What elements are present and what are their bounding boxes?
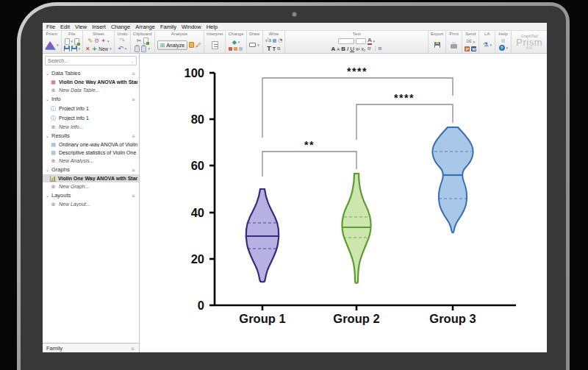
y-tick-label: 80 bbox=[191, 113, 204, 126]
family-label: Family bbox=[46, 345, 128, 352]
chevron-down-icon[interactable]: ⌄ bbox=[46, 96, 49, 102]
sidebar-item-new-graph[interactable]: ⊕ New Graph... bbox=[43, 182, 139, 191]
undo-icon[interactable]: ↶ bbox=[118, 46, 123, 52]
add-sheet-icon[interactable]: + bbox=[92, 46, 98, 52]
prism-window: File Edit View Insert Change Arrange Fam… bbox=[43, 23, 547, 352]
chevron-down-icon[interactable]: ▾ bbox=[79, 46, 81, 51]
toolbar-group-prism: Prism ▾ bbox=[43, 31, 62, 53]
menu-file[interactable]: File bbox=[46, 24, 55, 30]
toolbar-group-sheet: Sheet ✎ ⚙ ✦ ▾ ✕ + New ▾ bbox=[83, 31, 115, 53]
chevron-down-icon[interactable]: ⌄ bbox=[46, 133, 49, 138]
section-menu-icon[interactable]: ≡ bbox=[132, 71, 136, 76]
chevron-down-icon[interactable]: ⌄ bbox=[46, 71, 49, 76]
chevron-down-icon[interactable]: ▾ bbox=[57, 43, 59, 47]
search-input[interactable] bbox=[48, 58, 131, 63]
analysis-result-icon: ▤ bbox=[50, 150, 57, 156]
chevron-down-icon[interactable]: ▾ bbox=[107, 39, 110, 43]
y-tick-label: 0 bbox=[198, 299, 204, 312]
tree-label: New Data Table... bbox=[59, 88, 99, 93]
x-category-label: Group 3 bbox=[429, 312, 476, 325]
section-graphs[interactable]: ⌄ Graphs ≡ bbox=[43, 165, 139, 174]
chevron-down-icon[interactable]: ▾ bbox=[110, 46, 112, 51]
y-tick-label: 20 bbox=[191, 252, 204, 266]
violin-plot: 100 80 60 40 20 0 Group 1 Group 2 Group … bbox=[140, 23, 547, 352]
delete-sheet-icon[interactable]: ✕ bbox=[85, 46, 90, 52]
chevron-down-icon[interactable]: ▾ bbox=[125, 46, 127, 51]
chevron-down-icon[interactable]: ⌄ bbox=[46, 167, 49, 172]
y-tick-label: 60 bbox=[191, 159, 204, 172]
section-label: Data Tables bbox=[51, 70, 129, 77]
toolbar-group-undo: Undo ↷ ↶ ▾ bbox=[115, 31, 131, 53]
menu-insert[interactable]: Insert bbox=[92, 24, 106, 30]
save-all-icon[interactable] bbox=[71, 46, 77, 51]
sidebar-item-anova-result[interactable]: ▤ Ordinary one-way ANOVA of Violin One..… bbox=[43, 140, 139, 149]
sidebar-item-project-info-1[interactable]: ⓘ Project info 1 bbox=[43, 104, 139, 113]
menu-edit[interactable]: Edit bbox=[60, 24, 70, 30]
significance-stars-g1-g2: ** bbox=[304, 139, 315, 151]
group-label-prism: Prism bbox=[46, 32, 57, 37]
significance-bracket-g2-g3 bbox=[356, 104, 453, 140]
navigator-sidebar: ⌄ ⌄ Data Tables ≡ ▦ Violin One Way ANOVA… bbox=[43, 54, 140, 352]
new-plus-icon: ⊕ bbox=[50, 124, 57, 130]
section-menu-icon[interactable]: ≡ bbox=[132, 167, 136, 172]
rename-sheet-icon[interactable]: ✎ bbox=[87, 38, 93, 44]
section-info[interactable]: ⌄ Info ≡ bbox=[43, 94, 139, 104]
tree-label: Ordinary one-way ANOVA of Violin One... bbox=[59, 142, 137, 147]
x-category-label: Group 1 bbox=[239, 312, 285, 325]
group-label-file: File bbox=[68, 32, 76, 37]
new-plus-icon: ⊕ bbox=[50, 202, 57, 207]
info-icon: ⓘ bbox=[50, 115, 57, 122]
section-menu-icon[interactable]: ≡ bbox=[132, 193, 136, 198]
menu-change[interactable]: Change bbox=[111, 24, 130, 30]
save-icon[interactable] bbox=[64, 46, 70, 51]
new-sheet-button[interactable]: New bbox=[98, 46, 108, 51]
tree-label: New Analysis... bbox=[59, 158, 94, 163]
open-file-icon[interactable] bbox=[74, 38, 79, 45]
tree-label: Project info 1 bbox=[59, 106, 89, 111]
new-file-icon[interactable] bbox=[65, 38, 70, 45]
menu-view[interactable]: View bbox=[75, 24, 87, 30]
chevron-down-icon[interactable]: ⌄ bbox=[131, 59, 134, 63]
chevron-down-icon[interactable]: ⌄ bbox=[46, 193, 49, 198]
section-menu-icon[interactable]: ≡ bbox=[132, 133, 136, 138]
sidebar-item-data-table[interactable]: ▦ Violin One Way ANOVA with Stars bbox=[43, 78, 139, 86]
tree-label: Project info 1 bbox=[59, 115, 89, 121]
section-menu-icon[interactable]: ≡ bbox=[131, 346, 135, 351]
section-label: Info bbox=[51, 96, 129, 102]
sheet-properties-icon[interactable]: ⚙ bbox=[94, 38, 99, 44]
toolbar-group-file: File ▾ ▾ bbox=[62, 31, 84, 53]
prism-logo-icon[interactable] bbox=[45, 41, 55, 49]
section-results[interactable]: ⌄ Results ≡ bbox=[43, 131, 139, 140]
new-plus-icon: ⊕ bbox=[50, 88, 57, 93]
violin-group-2[interactable] bbox=[342, 174, 370, 283]
y-tick-label: 100 bbox=[184, 66, 204, 79]
analysis-result-icon: ▤ bbox=[50, 142, 57, 148]
section-label: Graphs bbox=[51, 166, 129, 173]
tree-label: Violin One Way ANOVA with Stars bbox=[58, 176, 137, 181]
stage: File Edit View Insert Change Arrange Fam… bbox=[0, 0, 588, 370]
section-menu-icon[interactable]: ≡ bbox=[132, 96, 136, 102]
sidebar-item-descriptive-stats[interactable]: ▤ Descriptive statistics of Violin One W… bbox=[43, 149, 139, 157]
tree-label: New Info... bbox=[59, 124, 83, 129]
group-label-sheet: Sheet bbox=[93, 32, 104, 37]
sidebar-item-project-info-2[interactable]: ⓘ Project info 1 bbox=[43, 113, 139, 123]
significance-stars-g1-g3: **** bbox=[347, 65, 368, 77]
sidebar-item-new-layout[interactable]: ⊕ New Layout... bbox=[43, 200, 139, 208]
sidebar-item-graph-selected[interactable]: Violin One Way ANOVA with Stars bbox=[43, 174, 139, 182]
chevron-down-icon[interactable]: ▾ bbox=[71, 39, 74, 43]
significance-stars-g2-g3: **** bbox=[394, 92, 415, 104]
graph-icon bbox=[50, 176, 56, 182]
sidebar-item-new-analysis[interactable]: ⊕ New Analysis... bbox=[43, 157, 139, 165]
section-data-tables[interactable]: ⌄ Data Tables ≡ bbox=[43, 68, 139, 78]
tree-label: New Layout... bbox=[59, 202, 90, 207]
family-panel-header[interactable]: Family ≡ bbox=[43, 343, 139, 352]
significance-bracket-g1-g2 bbox=[262, 152, 356, 177]
sidebar-item-new-info[interactable]: ⊕ New Info... bbox=[43, 123, 139, 131]
redo-icon[interactable]: ↷ bbox=[120, 38, 126, 44]
significance-bracket-g1-g3 bbox=[262, 78, 453, 138]
pin-sheet-icon[interactable]: ✦ bbox=[101, 38, 106, 44]
tree-label: Violin One Way ANOVA with Stars bbox=[59, 79, 137, 85]
section-layouts[interactable]: ⌄ Layouts ≡ bbox=[43, 191, 139, 200]
violin-group-3[interactable] bbox=[432, 127, 473, 232]
sidebar-item-new-data-table[interactable]: ⊕ New Data Table... bbox=[43, 86, 139, 94]
